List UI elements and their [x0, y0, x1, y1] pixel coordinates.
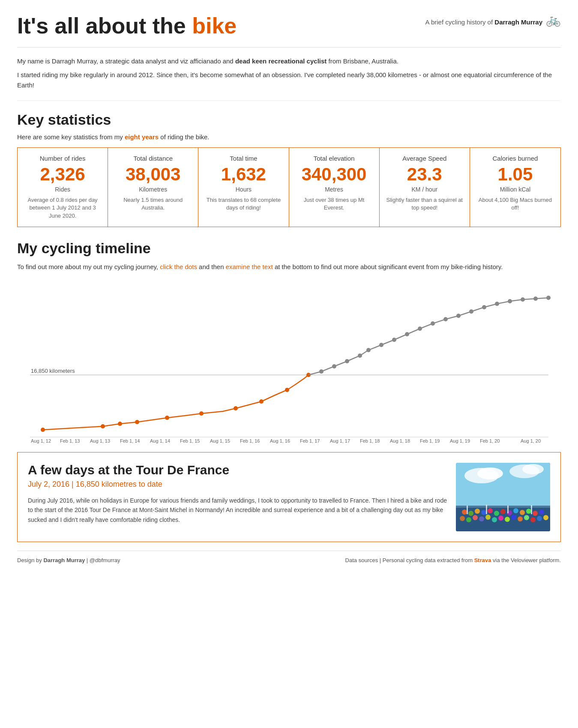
stat-unit: KM / hour: [411, 186, 437, 193]
svg-point-39: [539, 509, 544, 515]
svg-point-30: [481, 510, 486, 515]
stat-value: 2,326: [40, 165, 85, 184]
svg-point-42: [473, 515, 478, 520]
subtitle-area: A brief cycling history of Darragh Murra…: [425, 13, 561, 27]
svg-point-40: [460, 516, 465, 521]
svg-rect-57: [531, 505, 532, 514]
timeline-dot[interactable]: [358, 354, 362, 358]
timeline-intro: To find out more about my out my cycling…: [17, 262, 561, 272]
stat-unit: Kilometres: [139, 186, 167, 193]
svg-point-53: [543, 515, 548, 520]
stat-desc: Nearly 1.5 times around Australia.: [114, 196, 192, 212]
bike-icon: 🚲: [546, 13, 561, 27]
timeline-dot[interactable]: [345, 359, 349, 363]
svg-text:Feb 1, 18: Feb 1, 18: [360, 438, 380, 443]
timeline-dot[interactable]: [199, 411, 204, 416]
timeline-dot[interactable]: [469, 309, 473, 314]
stat-desc: This translates to 68 complete days of r…: [204, 196, 282, 212]
svg-rect-54: [467, 506, 468, 514]
svg-point-41: [466, 517, 471, 522]
stat-unit: Rides: [55, 186, 70, 193]
stat-desc: Just over 38 times up Mt Everest.: [295, 196, 373, 212]
timeline-dot[interactable]: [285, 388, 289, 392]
intro-p2: I started riding my bike regularly in ar…: [17, 70, 561, 90]
svg-text:Feb 1, 19: Feb 1, 19: [420, 438, 440, 443]
key-stats-section: Key statistics Here are some key statist…: [17, 111, 561, 227]
stat-label: Total time: [230, 155, 257, 162]
svg-point-33: [500, 509, 506, 514]
timeline-dot[interactable]: [319, 369, 323, 374]
svg-point-35: [513, 508, 518, 513]
stat-value: 23.3: [407, 165, 442, 184]
stat-value: 1,632: [221, 165, 266, 184]
svg-point-45: [492, 517, 497, 522]
footer-right: Data sources | Personal cycling data ext…: [345, 557, 561, 563]
stats-grid: Number of rides 2,326 Rides Average of 0…: [17, 147, 561, 227]
timeline-dot[interactable]: [234, 406, 238, 410]
timeline-dot[interactable]: [443, 317, 448, 321]
timeline-dot[interactable]: [135, 420, 139, 424]
stat-card: Average Speed 23.3 KM / hour Slightly fa…: [380, 148, 470, 227]
timeline-dot[interactable]: [405, 332, 409, 336]
timeline-dot[interactable]: [521, 297, 525, 302]
timeline-dot[interactable]: [431, 321, 435, 326]
svg-point-29: [475, 509, 480, 514]
timeline-dot[interactable]: [118, 422, 122, 426]
key-stats-intro: Here are some key statistics from my eig…: [17, 133, 561, 141]
title-text-start: It's all about the: [17, 13, 192, 38]
timeline-dot[interactable]: [366, 348, 371, 352]
timeline-dot[interactable]: [456, 314, 461, 318]
page: It's all about the bike A brief cycling …: [0, 0, 578, 582]
timeline-dot[interactable]: [546, 296, 551, 300]
svg-point-38: [533, 511, 538, 516]
timeline-dot[interactable]: [533, 297, 538, 301]
main-title: It's all about the bike: [17, 13, 237, 39]
stat-unit: Million kCal: [500, 186, 531, 193]
stat-card: Calories burned 1.05 Million kCal About …: [470, 148, 560, 227]
stat-card: Total elevation 340,300 Metres Just over…: [289, 148, 380, 227]
stat-desc: Slightly faster than a squirrel at top s…: [386, 196, 464, 212]
stat-desc: About 4,100 Big Macs burned off!: [476, 196, 554, 212]
svg-point-24: [522, 464, 544, 474]
stat-label: Average Speed: [402, 155, 446, 162]
stat-label: Number of rides: [40, 155, 86, 162]
svg-rect-56: [507, 506, 509, 513]
event-meta: July 2, 2016 | 16,850 kilometres to date: [28, 480, 447, 489]
event-image: [456, 463, 550, 531]
intro-section: My name is Darragh Murray, a strategic d…: [17, 56, 561, 101]
svg-text:Aug 1, 13: Aug 1, 13: [90, 438, 110, 443]
svg-point-48: [511, 515, 516, 520]
timeline-section: My cycling timeline To find out more abo…: [17, 240, 561, 443]
event-image-svg: [456, 463, 550, 531]
svg-point-50: [524, 515, 529, 520]
svg-point-22: [477, 467, 503, 479]
timeline-dot[interactable]: [332, 364, 336, 368]
event-content: A few days at the Tour De France July 2,…: [28, 463, 447, 531]
svg-text:Aug 1, 15: Aug 1, 15: [210, 438, 230, 443]
footer-left: Design by Darragh Murray | @dbfmurray: [17, 557, 120, 563]
stat-value: 1.05: [498, 165, 533, 184]
timeline-dot[interactable]: [165, 416, 169, 420]
svg-text:Aug 1, 19: Aug 1, 19: [450, 438, 470, 443]
svg-text:16,850 kilometers: 16,850 kilometers: [31, 368, 75, 374]
header: It's all about the bike A brief cycling …: [17, 13, 561, 39]
timeline-dot[interactable]: [508, 299, 512, 303]
timeline-dot[interactable]: [418, 327, 422, 331]
svg-point-49: [518, 516, 523, 521]
timeline-chart: 16,850 kilometers: [17, 281, 561, 443]
timeline-dot[interactable]: [259, 399, 264, 404]
svg-point-31: [488, 508, 493, 513]
timeline-dot[interactable]: [41, 428, 45, 432]
stat-label: Total distance: [133, 155, 173, 162]
stat-card: Total time 1,632 Hours This translates t…: [198, 148, 289, 227]
svg-point-46: [498, 515, 503, 521]
svg-point-43: [479, 516, 484, 521]
timeline-dot[interactable]: [392, 338, 396, 342]
timeline-dot[interactable]: [495, 302, 499, 306]
svg-text:Aug 1, 17: Aug 1, 17: [330, 438, 350, 443]
timeline-dot[interactable]: [379, 343, 383, 347]
key-stats-heading: Key statistics: [17, 111, 561, 128]
svg-point-47: [505, 517, 510, 522]
timeline-dot[interactable]: [482, 305, 486, 309]
timeline-dot[interactable]: [101, 424, 105, 428]
